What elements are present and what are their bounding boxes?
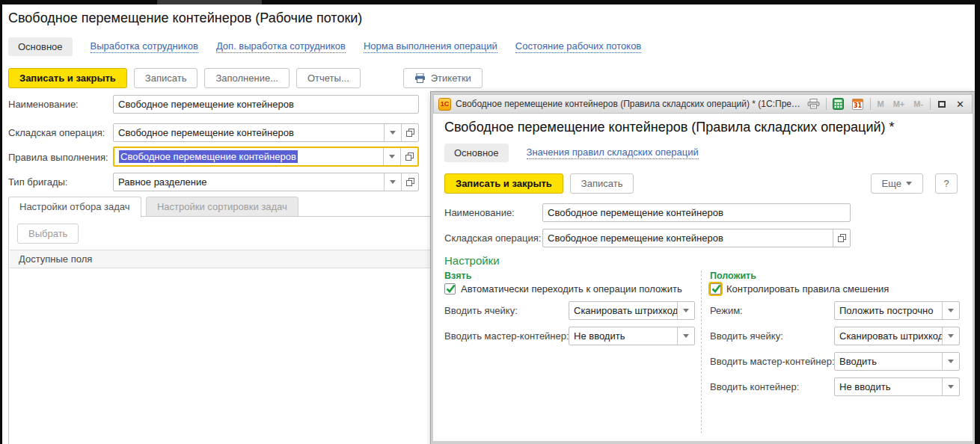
dropdown-button[interactable]: [942, 353, 959, 370]
memory-m-minus-button[interactable]: M-: [911, 99, 925, 108]
dropdown-button[interactable]: [942, 327, 959, 345]
chevron-down-icon: [683, 334, 689, 338]
dialog-tab-osnovnoe[interactable]: Основное: [444, 144, 509, 162]
open-button[interactable]: [401, 124, 418, 141]
dropdown-button[interactable]: [384, 173, 401, 191]
chevron-down-icon: [389, 155, 395, 158]
dialog-skladskaya-combo[interactable]: Свободное перемещение контейнеров: [542, 229, 851, 247]
auto-next-operation-checkbox[interactable]: Автоматически переходить к операции поло…: [444, 283, 682, 295]
pravila-vypolneniya-combo[interactable]: Свободное перемещение контейнеров: [113, 147, 419, 167]
put-container-label: Вводить контейнер:: [710, 381, 799, 392]
close-button[interactable]: ✕: [953, 99, 967, 110]
field-label-skladskaya-operaciya: Складская операция:: [8, 127, 105, 138]
tab-osnovnoe[interactable]: Основное: [8, 37, 73, 56]
dialog-content: Свободное перемещение контейнеров (Прави…: [433, 114, 973, 441]
put-cell-label: Вводить ячейку:: [710, 330, 783, 342]
chevron-down-icon: [683, 309, 689, 312]
skladskaya-operaciya-combo[interactable]: Свободное перемещение контейнеров: [113, 123, 419, 142]
svg-text:31: 31: [854, 102, 863, 109]
open-button[interactable]: [400, 148, 417, 165]
dialog-naimenovanie-input[interactable]: Свободное перемещение контейнеров: [542, 203, 851, 222]
labels-button[interactable]: Этикетки: [403, 68, 483, 88]
screen-top-bar-segment: [157, 0, 262, 4]
open-link-icon: [838, 234, 846, 242]
fill-button[interactable]: Заполнение...: [204, 68, 290, 88]
dropdown-button[interactable]: [677, 327, 694, 345]
dialog-heading: Свободное перемещение контейнеров (Прави…: [444, 120, 895, 135]
dropdown-button[interactable]: [942, 378, 959, 395]
nav-link-sostoyanie[interactable]: Состояние рабочих потоков: [515, 40, 641, 53]
memory-m-button[interactable]: M: [875, 99, 886, 108]
screen-right-edge: [975, 0, 980, 444]
take-master-container-combo[interactable]: Не вводить: [569, 327, 695, 345]
rules-dialog-window: 1С Свободное перемещение контейнеров (Пр…: [430, 91, 976, 444]
open-button[interactable]: [401, 173, 418, 191]
calendar-icon[interactable]: 31: [851, 97, 866, 111]
print-icon[interactable]: [806, 97, 821, 111]
take-cell-label: Вводить ячейку:: [444, 305, 518, 316]
dialog-save-button[interactable]: Записать: [570, 173, 634, 194]
open-link-icon: [406, 129, 414, 137]
reports-button[interactable]: Отчеты...: [296, 68, 361, 88]
page-title: Свободное перемещение контейнеров (Рабоч…: [8, 10, 362, 26]
take-master-container-label: Вводить мастер-контейнер:: [444, 330, 569, 342]
field-label-tip-brigady: Тип бригады:: [8, 176, 67, 188]
checkbox-checked-icon[interactable]: [710, 283, 721, 295]
chevron-down-icon: [948, 385, 954, 389]
dropdown-button[interactable]: [942, 302, 959, 319]
chevron-down-icon: [906, 182, 912, 185]
open-link-icon: [405, 152, 414, 161]
maximize-icon: [938, 101, 946, 108]
select-button[interactable]: Выбрать: [17, 223, 79, 244]
more-button[interactable]: Еще: [871, 173, 923, 194]
dialog-nav-link-znacheniya[interactable]: Значения правил складских операций: [527, 147, 699, 159]
titlebar-separator: [870, 98, 871, 110]
help-button[interactable]: ?: [935, 173, 958, 194]
save-and-close-button[interactable]: Записать и закрыть: [8, 68, 127, 88]
put-mode-combo[interactable]: Положить построчно: [834, 301, 960, 320]
nav-link-vyrabotka[interactable]: Выработка сотрудников: [91, 40, 198, 53]
dialog-nav: Основное Значения правил складских опера…: [444, 144, 699, 162]
titlebar-separator: [826, 98, 827, 110]
checkbox-checked-icon[interactable]: [444, 283, 456, 295]
column-divider: [701, 271, 702, 434]
dropdown-button[interactable]: [384, 124, 401, 141]
open-button[interactable]: [833, 229, 850, 247]
put-master-container-combo[interactable]: Вводить: [834, 352, 960, 371]
dialog-titlebar[interactable]: 1С Свободное перемещение контейнеров (Пр…: [433, 94, 973, 114]
naimenovanie-input[interactable]: Свободное перемещение контейнеров: [113, 95, 419, 114]
screen-left-edge: [0, 0, 2, 444]
titlebar-separator: [930, 98, 931, 110]
dialog-toolbar: Записать и закрыть Записать: [444, 173, 634, 194]
printer-icon: [414, 73, 426, 83]
nav-link-dop-vyrabotka[interactable]: Доп. выработка сотрудников: [216, 40, 346, 53]
main-nav: Основное Выработка сотрудников Доп. выра…: [8, 37, 641, 56]
field-label-naimenovanie: Наименование:: [8, 99, 79, 110]
dialog-save-and-close-button[interactable]: Записать и закрыть: [444, 173, 563, 194]
chevron-down-icon: [948, 360, 954, 363]
put-column-header: Положить: [710, 271, 756, 281]
put-mode-label: Режим:: [710, 305, 743, 316]
tab-nastroyki-otbora[interactable]: Настройки отбора задач: [8, 197, 141, 218]
tab-nastroyki-sortirovki[interactable]: Настройки сортировки задач: [146, 197, 298, 218]
tip-brigady-combo[interactable]: Равное разделение: [113, 173, 419, 191]
put-cell-combo[interactable]: Сканировать штрихкод: [834, 327, 960, 345]
dropdown-button[interactable]: [677, 302, 694, 319]
calculator-icon[interactable]: [831, 97, 846, 111]
memory-m-plus-button[interactable]: M+: [891, 99, 907, 108]
put-master-container-label: Вводить мастер-контейнер:: [710, 356, 835, 367]
dropdown-button[interactable]: [383, 148, 400, 165]
chevron-down-icon: [390, 131, 396, 135]
control-mixing-rules-checkbox[interactable]: Контролировать правила смешения: [710, 283, 889, 295]
take-cell-combo[interactable]: Сканировать штрихкод: [569, 301, 695, 320]
screen-top-bar: [0, 0, 980, 4]
maximize-button[interactable]: [935, 99, 949, 110]
put-container-combo[interactable]: Не вводить: [834, 377, 960, 396]
save-button[interactable]: Записать: [134, 68, 198, 88]
task-tabs: Настройки отбора задач Настройки сортиро…: [8, 197, 298, 218]
dialog-title: Свободное перемещение контейнеров (Прави…: [456, 99, 802, 109]
chevron-down-icon: [948, 334, 954, 338]
nav-link-norma[interactable]: Норма выполнения операций: [364, 40, 497, 53]
dialog-field-label-skladskaya: Складская операция:: [444, 232, 541, 244]
chevron-down-icon: [948, 309, 954, 312]
